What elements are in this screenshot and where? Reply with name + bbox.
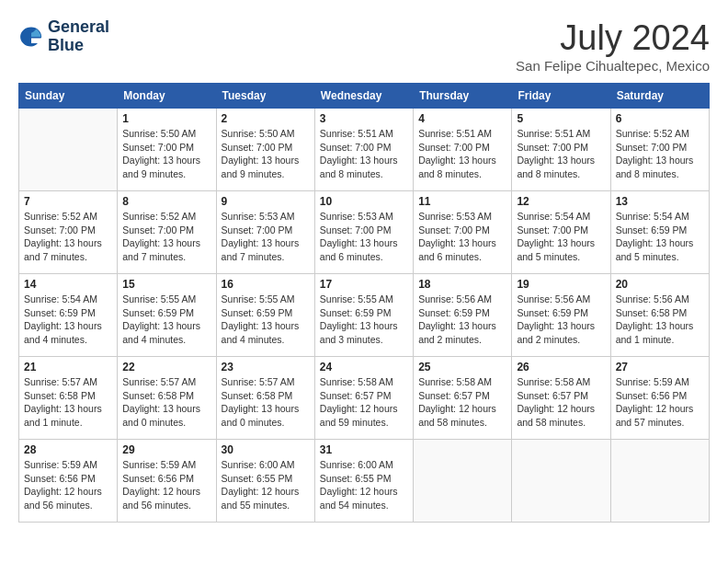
calendar-cell: 11Sunrise: 5:53 AM Sunset: 7:00 PM Dayli… bbox=[414, 191, 512, 274]
calendar-cell: 13Sunrise: 5:54 AM Sunset: 6:59 PM Dayli… bbox=[610, 191, 709, 274]
day-number: 17 bbox=[320, 278, 408, 291]
day-info: Sunrise: 5:51 AM Sunset: 7:00 PM Dayligh… bbox=[517, 127, 605, 181]
day-number: 4 bbox=[418, 112, 506, 125]
calendar-table: SundayMondayTuesdayWednesdayThursdayFrid… bbox=[18, 83, 710, 523]
day-number: 16 bbox=[222, 278, 310, 291]
day-info: Sunrise: 5:58 AM Sunset: 6:57 PM Dayligh… bbox=[418, 375, 506, 430]
calendar-cell: 22Sunrise: 5:57 AM Sunset: 6:58 PM Dayli… bbox=[118, 357, 216, 440]
day-info: Sunrise: 5:51 AM Sunset: 7:00 PM Dayligh… bbox=[418, 127, 506, 181]
calendar-cell: 25Sunrise: 5:58 AM Sunset: 6:57 PM Dayli… bbox=[414, 357, 512, 440]
calendar-week-row: 28Sunrise: 5:59 AM Sunset: 6:56 PM Dayli… bbox=[19, 440, 710, 523]
calendar-cell: 2Sunrise: 5:50 AM Sunset: 7:00 PM Daylig… bbox=[216, 109, 314, 191]
calendar-cell: 10Sunrise: 5:53 AM Sunset: 7:00 PM Dayli… bbox=[314, 191, 413, 274]
day-number: 27 bbox=[616, 361, 704, 373]
day-number: 1 bbox=[122, 112, 210, 125]
calendar-cell: 12Sunrise: 5:54 AM Sunset: 7:00 PM Dayli… bbox=[512, 191, 610, 274]
day-number: 9 bbox=[222, 195, 310, 208]
day-number: 5 bbox=[517, 112, 605, 125]
day-info: Sunrise: 5:56 AM Sunset: 6:58 PM Dayligh… bbox=[616, 293, 704, 347]
weekday-header-row: SundayMondayTuesdayWednesdayThursdayFrid… bbox=[19, 84, 710, 109]
calendar-cell: 27Sunrise: 5:59 AM Sunset: 6:56 PM Dayli… bbox=[610, 357, 709, 440]
weekday-header-sunday: Sunday bbox=[19, 84, 118, 109]
day-info: Sunrise: 5:53 AM Sunset: 7:00 PM Dayligh… bbox=[222, 210, 310, 264]
day-info: Sunrise: 6:00 AM Sunset: 6:55 PM Dayligh… bbox=[320, 458, 408, 512]
calendar-cell: 29Sunrise: 5:59 AM Sunset: 6:56 PM Dayli… bbox=[118, 440, 216, 523]
calendar-cell: 19Sunrise: 5:56 AM Sunset: 6:59 PM Dayli… bbox=[512, 274, 610, 357]
logo-text: General Blue bbox=[48, 18, 109, 55]
day-info: Sunrise: 5:50 AM Sunset: 7:00 PM Dayligh… bbox=[122, 127, 210, 181]
calendar-cell: 23Sunrise: 5:57 AM Sunset: 6:58 PM Dayli… bbox=[216, 357, 314, 440]
day-info: Sunrise: 5:57 AM Sunset: 6:58 PM Dayligh… bbox=[24, 375, 112, 430]
month-year-title: July 2024 bbox=[516, 18, 710, 58]
day-number: 21 bbox=[24, 361, 112, 373]
calendar-cell: 7Sunrise: 5:52 AM Sunset: 7:00 PM Daylig… bbox=[19, 191, 118, 274]
day-info: Sunrise: 5:59 AM Sunset: 6:56 PM Dayligh… bbox=[616, 375, 704, 430]
day-info: Sunrise: 5:58 AM Sunset: 6:57 PM Dayligh… bbox=[320, 375, 408, 430]
calendar-week-row: 7Sunrise: 5:52 AM Sunset: 7:00 PM Daylig… bbox=[19, 191, 710, 274]
day-number: 2 bbox=[222, 112, 310, 125]
day-number: 14 bbox=[24, 278, 112, 291]
calendar-cell: 3Sunrise: 5:51 AM Sunset: 7:00 PM Daylig… bbox=[314, 109, 413, 191]
calendar-cell bbox=[610, 440, 709, 523]
day-info: Sunrise: 5:53 AM Sunset: 7:00 PM Dayligh… bbox=[418, 210, 506, 264]
day-info: Sunrise: 5:54 AM Sunset: 6:59 PM Dayligh… bbox=[24, 293, 112, 347]
day-number: 15 bbox=[122, 278, 210, 291]
day-info: Sunrise: 5:52 AM Sunset: 7:00 PM Dayligh… bbox=[24, 210, 112, 264]
calendar-header: SundayMondayTuesdayWednesdayThursdayFrid… bbox=[19, 84, 710, 109]
day-number: 6 bbox=[616, 112, 704, 125]
calendar-cell: 31Sunrise: 6:00 AM Sunset: 6:55 PM Dayli… bbox=[314, 440, 413, 523]
calendar-cell: 26Sunrise: 5:58 AM Sunset: 6:57 PM Dayli… bbox=[512, 357, 610, 440]
day-info: Sunrise: 5:50 AM Sunset: 7:00 PM Dayligh… bbox=[222, 127, 310, 181]
location-subtitle: San Felipe Cihualtepec, Mexico bbox=[516, 58, 710, 74]
calendar-cell bbox=[414, 440, 512, 523]
day-number: 13 bbox=[616, 195, 704, 208]
day-info: Sunrise: 5:54 AM Sunset: 6:59 PM Dayligh… bbox=[616, 210, 704, 264]
calendar-cell: 18Sunrise: 5:56 AM Sunset: 6:59 PM Dayli… bbox=[414, 274, 512, 357]
calendar-cell: 15Sunrise: 5:55 AM Sunset: 6:59 PM Dayli… bbox=[118, 274, 216, 357]
calendar-cell: 6Sunrise: 5:52 AM Sunset: 7:00 PM Daylig… bbox=[610, 109, 709, 191]
header: General Blue July 2024 San Felipe Cihual… bbox=[18, 18, 710, 74]
day-number: 26 bbox=[517, 361, 605, 373]
day-info: Sunrise: 5:52 AM Sunset: 7:00 PM Dayligh… bbox=[122, 210, 210, 264]
calendar-cell: 20Sunrise: 5:56 AM Sunset: 6:58 PM Dayli… bbox=[610, 274, 709, 357]
day-info: Sunrise: 5:57 AM Sunset: 6:58 PM Dayligh… bbox=[122, 375, 210, 430]
calendar-cell: 4Sunrise: 5:51 AM Sunset: 7:00 PM Daylig… bbox=[414, 109, 512, 191]
day-number: 22 bbox=[122, 361, 210, 373]
weekday-header-wednesday: Wednesday bbox=[314, 84, 413, 109]
day-number: 24 bbox=[320, 361, 408, 373]
day-info: Sunrise: 5:56 AM Sunset: 6:59 PM Dayligh… bbox=[517, 293, 605, 347]
weekday-header-tuesday: Tuesday bbox=[216, 84, 314, 109]
logo: General Blue bbox=[18, 18, 109, 55]
day-number: 3 bbox=[320, 112, 408, 125]
day-info: Sunrise: 5:58 AM Sunset: 6:57 PM Dayligh… bbox=[517, 375, 605, 430]
day-info: Sunrise: 5:54 AM Sunset: 7:00 PM Dayligh… bbox=[517, 210, 605, 264]
day-info: Sunrise: 5:53 AM Sunset: 7:00 PM Dayligh… bbox=[320, 210, 408, 264]
calendar-cell: 21Sunrise: 5:57 AM Sunset: 6:58 PM Dayli… bbox=[19, 357, 118, 440]
day-info: Sunrise: 5:55 AM Sunset: 6:59 PM Dayligh… bbox=[320, 293, 408, 347]
day-number: 18 bbox=[418, 278, 506, 291]
day-info: Sunrise: 6:00 AM Sunset: 6:55 PM Dayligh… bbox=[222, 458, 310, 512]
calendar-cell: 24Sunrise: 5:58 AM Sunset: 6:57 PM Dayli… bbox=[314, 357, 413, 440]
day-number: 30 bbox=[222, 443, 310, 456]
calendar-cell: 14Sunrise: 5:54 AM Sunset: 6:59 PM Dayli… bbox=[19, 274, 118, 357]
calendar-week-row: 1Sunrise: 5:50 AM Sunset: 7:00 PM Daylig… bbox=[19, 109, 710, 191]
calendar-cell: 17Sunrise: 5:55 AM Sunset: 6:59 PM Dayli… bbox=[314, 274, 413, 357]
day-info: Sunrise: 5:55 AM Sunset: 6:59 PM Dayligh… bbox=[122, 293, 210, 347]
day-info: Sunrise: 5:56 AM Sunset: 6:59 PM Dayligh… bbox=[418, 293, 506, 347]
weekday-header-monday: Monday bbox=[118, 84, 216, 109]
day-number: 31 bbox=[320, 443, 408, 456]
day-number: 28 bbox=[24, 443, 112, 456]
day-number: 7 bbox=[24, 195, 112, 208]
calendar-cell: 16Sunrise: 5:55 AM Sunset: 6:59 PM Dayli… bbox=[216, 274, 314, 357]
day-number: 25 bbox=[418, 361, 506, 373]
day-number: 23 bbox=[222, 361, 310, 373]
day-number: 11 bbox=[418, 195, 506, 208]
calendar-cell bbox=[19, 109, 118, 191]
day-info: Sunrise: 5:52 AM Sunset: 7:00 PM Dayligh… bbox=[616, 127, 704, 181]
title-area: July 2024 San Felipe Cihualtepec, Mexico bbox=[516, 18, 710, 74]
calendar-cell bbox=[512, 440, 610, 523]
calendar-week-row: 14Sunrise: 5:54 AM Sunset: 6:59 PM Dayli… bbox=[19, 274, 710, 357]
calendar-body: 1Sunrise: 5:50 AM Sunset: 7:00 PM Daylig… bbox=[19, 109, 710, 523]
day-info: Sunrise: 5:57 AM Sunset: 6:58 PM Dayligh… bbox=[222, 375, 310, 430]
day-number: 20 bbox=[616, 278, 704, 291]
